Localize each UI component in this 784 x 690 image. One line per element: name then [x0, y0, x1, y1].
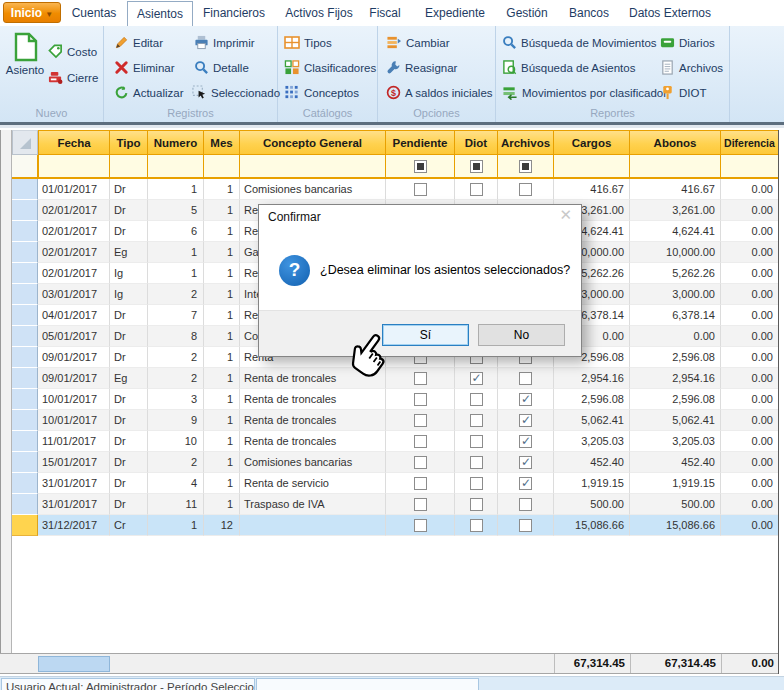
- busqueda-movimientos-button[interactable]: Búsqueda de Movimientos: [502, 34, 657, 51]
- filter-concepto[interactable]: [240, 155, 386, 179]
- table-row[interactable]: 31/01/2017Dr41Renta de servicio1,919.151…: [0, 473, 779, 494]
- costo-button[interactable]: Costo: [48, 43, 97, 60]
- checkbox-pendiente[interactable]: [414, 393, 427, 406]
- diarios-button[interactable]: Diarios: [660, 34, 715, 51]
- filter-abonos[interactable]: [630, 155, 721, 179]
- filter-checkbox-archivos[interactable]: [519, 160, 532, 173]
- checkbox-pendiente[interactable]: [414, 519, 427, 532]
- row-indicator[interactable]: [12, 494, 38, 515]
- conceptos-button[interactable]: Conceptos: [284, 84, 359, 101]
- checkbox-archivos[interactable]: [519, 393, 532, 406]
- row-indicator[interactable]: [12, 515, 38, 536]
- row-indicator[interactable]: [12, 305, 38, 326]
- tab-expediente[interactable]: Expediente: [418, 1, 492, 25]
- row-indicator[interactable]: [12, 284, 38, 305]
- checkbox-pendiente[interactable]: [414, 456, 427, 469]
- table-row[interactable]: 31/12/2017Cr11215,086.6615,086.660.00: [0, 515, 779, 536]
- tab-asientos[interactable]: Asientos: [127, 1, 193, 26]
- checkbox-diot[interactable]: [470, 414, 483, 427]
- table-row[interactable]: 11/01/2017Dr101Renta de troncales3,205.0…: [0, 431, 779, 452]
- busqueda-asientos-button[interactable]: Búsqueda de Asientos: [502, 59, 635, 76]
- col-header-fecha[interactable]: Fecha: [38, 130, 110, 155]
- filter-checkbox-diot[interactable]: [470, 160, 483, 173]
- col-header-abonos[interactable]: Abonos: [630, 130, 721, 155]
- row-indicator[interactable]: [12, 221, 38, 242]
- checkbox-diot[interactable]: [470, 183, 483, 196]
- col-header-diferencia[interactable]: Diferencia: [721, 130, 779, 155]
- checkbox-archivos[interactable]: [519, 477, 532, 490]
- checkbox-pendiente[interactable]: [414, 498, 427, 511]
- close-icon[interactable]: ✕: [559, 207, 572, 223]
- checkbox-pendiente[interactable]: [414, 414, 427, 427]
- detalle-button[interactable]: Detalle: [194, 59, 249, 76]
- filter-fecha[interactable]: [38, 155, 110, 179]
- col-header-pendiente[interactable]: Pendiente: [386, 130, 455, 155]
- clasificadores-button[interactable]: Clasificadores: [284, 59, 376, 76]
- checkbox-pendiente[interactable]: [414, 372, 427, 385]
- archivos-button[interactable]: Archivos: [660, 59, 723, 76]
- actualizar-button[interactable]: Actualizar: [114, 84, 184, 101]
- filter-cargos[interactable]: [554, 155, 630, 179]
- checkbox-archivos[interactable]: [519, 372, 532, 385]
- row-indicator[interactable]: [12, 326, 38, 347]
- checkbox-pendiente[interactable]: [414, 183, 427, 196]
- checkbox-pendiente[interactable]: [414, 435, 427, 448]
- checkbox-diot[interactable]: [470, 435, 483, 448]
- cierre-button[interactable]: Cierre: [48, 69, 98, 86]
- a-saldos-iniciales-button[interactable]: $ A saldos iniciales: [386, 84, 493, 101]
- tab-financieros[interactable]: Financieros: [198, 1, 270, 25]
- row-indicator[interactable]: [12, 368, 38, 389]
- editar-button[interactable]: Editar: [114, 34, 163, 51]
- row-indicator[interactable]: [12, 263, 38, 284]
- diot-button[interactable]: DIOT: [660, 84, 706, 101]
- checkbox-diot[interactable]: [470, 519, 483, 532]
- inicio-app-button[interactable]: Inicio▼: [3, 2, 61, 23]
- checkbox-archivos[interactable]: [519, 183, 532, 196]
- table-row[interactable]: 10/01/2017Dr31Renta de troncales2,596.08…: [0, 389, 779, 410]
- checkbox-archivos[interactable]: [519, 519, 532, 532]
- checkbox-diot[interactable]: [470, 477, 483, 490]
- asiento-button[interactable]: Asiento: [2, 32, 48, 76]
- col-header-cargos[interactable]: Cargos: [554, 130, 630, 155]
- checkbox-diot[interactable]: [470, 393, 483, 406]
- table-row[interactable]: 01/01/2017Dr11Comisiones bancarias416.67…: [0, 179, 779, 200]
- row-indicator[interactable]: [12, 452, 38, 473]
- seleccionado-button[interactable]: Seleccionado: [192, 84, 280, 101]
- col-header-mes[interactable]: Mes: [204, 130, 240, 155]
- filter-numero[interactable]: [148, 155, 204, 179]
- checkbox-archivos[interactable]: [519, 456, 532, 469]
- row-indicator[interactable]: [12, 347, 38, 368]
- tab-fiscal[interactable]: Fiscal: [362, 1, 408, 25]
- movimientos-clasificador-button[interactable]: Movimientos por clasificador: [502, 84, 667, 101]
- checkbox-diot[interactable]: [470, 498, 483, 511]
- filter-tipo[interactable]: [110, 155, 148, 179]
- reasignar-button[interactable]: Reasignar: [386, 59, 457, 76]
- row-indicator[interactable]: [12, 200, 38, 221]
- table-row[interactable]: 10/01/2017Dr91Renta de troncales5,062.41…: [0, 410, 779, 431]
- table-row[interactable]: 09/01/2017Eg21Renta de troncales2,954.16…: [0, 368, 779, 389]
- checkbox-pendiente[interactable]: [414, 477, 427, 490]
- checkbox-archivos[interactable]: [519, 414, 532, 427]
- tipos-button[interactable]: Tipos: [284, 34, 332, 51]
- select-all-corner[interactable]: [12, 130, 38, 155]
- tab-activos-fijos[interactable]: Activos Fijos: [278, 1, 360, 25]
- filter-diferencia[interactable]: [721, 155, 779, 179]
- table-row[interactable]: 31/01/2017Dr111Traspaso de IVA500.00500.…: [0, 494, 779, 515]
- col-header-tipo[interactable]: Tipo: [110, 130, 148, 155]
- filter-mes[interactable]: [204, 155, 240, 179]
- tab-cuentas[interactable]: Cuentas: [66, 1, 122, 25]
- filter-checkbox-pendiente[interactable]: [414, 160, 427, 173]
- row-indicator[interactable]: [12, 410, 38, 431]
- col-header-archivos[interactable]: Archivos: [498, 130, 554, 155]
- imprimir-button[interactable]: Imprimir: [194, 34, 255, 51]
- row-indicator[interactable]: [12, 242, 38, 263]
- checkbox-archivos[interactable]: [519, 435, 532, 448]
- row-indicator[interactable]: [12, 473, 38, 494]
- cambiar-button[interactable]: Cambiar: [386, 34, 449, 51]
- col-header-numero[interactable]: Numero: [148, 130, 204, 155]
- checkbox-diot[interactable]: [470, 456, 483, 469]
- table-row[interactable]: 15/01/2017Dr21Comisiones bancarias452.40…: [0, 452, 779, 473]
- tab-gestion[interactable]: Gestión: [498, 1, 556, 25]
- tab-bancos[interactable]: Bancos: [562, 1, 616, 25]
- row-indicator[interactable]: [12, 389, 38, 410]
